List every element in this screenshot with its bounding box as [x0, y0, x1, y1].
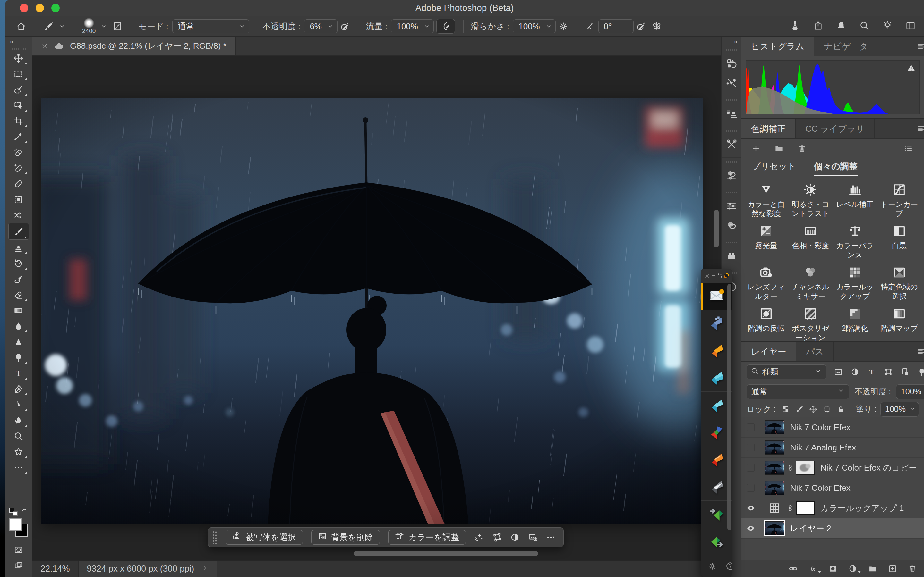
symmetry-butterfly-button[interactable] — [652, 21, 662, 31]
home-button[interactable] — [16, 21, 26, 31]
workspace-button[interactable] — [905, 21, 916, 32]
brush-tip-preview[interactable]: 2400 — [82, 18, 95, 35]
nik-scrollbar[interactable] — [727, 284, 732, 530]
properties-icon[interactable] — [726, 200, 737, 212]
subtab-individual-adjustments[interactable]: 個々の調整 — [814, 158, 858, 176]
filter-shape-layers-button[interactable] — [884, 367, 893, 376]
color-mixer-icon[interactable] — [726, 169, 737, 181]
frame-tool[interactable] — [8, 192, 29, 207]
object-selection-tool[interactable] — [8, 97, 29, 113]
layer-fill-field[interactable]: 100% — [880, 402, 919, 417]
tab-adjustments[interactable]: 色調補正 — [741, 119, 796, 139]
smoothing-options-gear-button[interactable] — [558, 21, 569, 31]
brush-tool[interactable] — [8, 223, 29, 240]
smoothing-field[interactable]: 100% — [513, 19, 556, 33]
adjustment-adj-photofilter[interactable]: レンズフィルター — [744, 260, 788, 301]
nik-gear-icon[interactable] — [708, 561, 717, 571]
swap-colors-button[interactable] — [20, 507, 28, 516]
new-group-button[interactable] — [868, 564, 877, 573]
quick-mask-button[interactable] — [14, 545, 23, 554]
lock-transparency-button[interactable] — [782, 405, 790, 413]
pressure-size-button[interactable] — [636, 21, 646, 31]
search-button[interactable] — [859, 21, 869, 32]
adjustment-adj-levels[interactable]: レベル補正 — [833, 177, 877, 219]
new-layer-button[interactable] — [888, 564, 897, 573]
adjustment-adj-hue[interactable]: 色相・彩度 — [788, 219, 833, 260]
adjustment-adj-bright[interactable]: 明るさ・コントラスト — [788, 177, 833, 219]
gradient-tool[interactable] — [8, 303, 29, 318]
color-lookup-layer-icon[interactable] — [764, 502, 784, 514]
spot-healing-brush-tool[interactable] — [8, 160, 29, 176]
layer-filter-select[interactable]: 種類 — [746, 364, 826, 379]
swap-tool[interactable] — [8, 207, 29, 223]
tab-layers[interactable]: レイヤー — [741, 342, 796, 361]
add-adjustment-button[interactable] — [751, 143, 761, 153]
nik-close-icon[interactable] — [704, 272, 710, 279]
path-selection-tool[interactable] — [8, 397, 29, 413]
blur-tool[interactable] — [8, 318, 29, 334]
eyedropper-tool[interactable] — [8, 129, 29, 145]
layer-row[interactable]: レイヤー 2 — [741, 518, 924, 538]
filter-type-layers-button[interactable]: T — [867, 367, 876, 376]
layer-name[interactable]: Nik 7 Color Efex — [790, 422, 851, 432]
adjustment-adj-gradmap[interactable]: 階調マップ — [877, 301, 921, 343]
history-brush-tool[interactable] — [8, 255, 29, 271]
new-group-folder-button[interactable] — [774, 143, 784, 153]
marquee-tool[interactable] — [8, 66, 29, 82]
lock-all-button[interactable] — [837, 405, 845, 413]
brush-tool-preset-icon[interactable] — [43, 21, 53, 31]
selection-brush-tool[interactable] — [8, 82, 29, 97]
layer-name[interactable]: Nik 7 Analog Efex — [790, 443, 856, 453]
layer-row[interactable]: Nik 7 Color Efex — [741, 417, 924, 438]
layer-row[interactable]: Nik 7 Color Efex — [741, 478, 924, 498]
layer-visibility-toggle[interactable] — [741, 438, 760, 458]
close-window-button[interactable] — [20, 4, 28, 12]
dodge-tool[interactable] — [8, 350, 29, 366]
layer-row[interactable]: カラールックアップ 1 — [741, 498, 924, 518]
minimize-window-button[interactable] — [36, 4, 44, 12]
clone-stamp-tool[interactable] — [8, 240, 29, 255]
adjustment-adj-bw[interactable]: 白黒 — [877, 219, 921, 260]
adjustment-adj-posterize[interactable]: ポスタリゼーション — [788, 301, 833, 343]
mixer-brush-tool[interactable] — [8, 271, 29, 287]
blend-mode-select[interactable]: 通常 — [172, 19, 249, 33]
tab-navigator[interactable]: ナビゲーター — [814, 37, 887, 56]
toggle-brush-panel-button[interactable] — [112, 21, 123, 31]
vertical-scrollbar[interactable] — [714, 210, 719, 247]
hand-tool[interactable] — [8, 413, 29, 428]
layer-effects-button[interactable]: fx — [809, 564, 817, 573]
add-layer-mask-button[interactable] — [829, 564, 837, 573]
layer-thumbnail[interactable] — [764, 461, 784, 475]
layer-name[interactable]: Nik 7 Color Efex のコピー — [821, 462, 917, 474]
beta-flask-icon[interactable] — [790, 21, 800, 32]
adjustment-adj-vibrance[interactable]: カラーと自然な彩度 — [744, 177, 788, 219]
delete-layer-button[interactable] — [908, 564, 917, 573]
adjustment-adj-invert[interactable]: 階調の反転 — [744, 301, 788, 343]
tab-cc-libraries[interactable]: CC ライブラリ — [796, 119, 875, 139]
lock-pixels-button[interactable] — [795, 405, 803, 413]
pen-tool[interactable] — [8, 381, 29, 397]
panel-menu-icon[interactable] — [916, 347, 924, 356]
document-tab[interactable]: G88.psdc @ 22.1% (レイヤー 2, RGB/8) * — [32, 37, 236, 55]
nik-help-icon[interactable]: ? — [725, 561, 732, 571]
chevron-down-icon[interactable] — [59, 23, 66, 30]
screen-mode-button[interactable] — [14, 561, 23, 571]
nik-sharpener-output-item[interactable] — [701, 528, 732, 555]
delete-adjustment-button[interactable] — [797, 143, 807, 153]
panel-menu-icon[interactable] — [916, 124, 924, 134]
toolbar-grip[interactable] — [11, 48, 26, 50]
layer-thumbnail[interactable] — [764, 420, 784, 434]
generative-sparkle-button[interactable] — [474, 532, 484, 542]
filter-image-layers-button[interactable] — [834, 367, 843, 376]
zoom-level-field[interactable]: 22.14% — [32, 561, 78, 577]
task-bar-grip[interactable] — [212, 531, 217, 544]
adjustment-adj-lut[interactable]: カラールックアップ — [833, 260, 877, 301]
patch-tool[interactable] — [8, 176, 29, 192]
layer-row[interactable]: Nik 7 Analog Efex — [741, 438, 924, 458]
layer-visibility-toggle[interactable] — [741, 458, 760, 478]
filter-smart-object-button[interactable] — [901, 367, 909, 376]
transform-button[interactable] — [492, 532, 502, 542]
eraser-tool[interactable] — [8, 287, 29, 303]
foreground-background-swatches[interactable] — [9, 518, 28, 537]
adjustment-adj-chmixer[interactable]: チャンネルミキサー — [788, 260, 833, 301]
